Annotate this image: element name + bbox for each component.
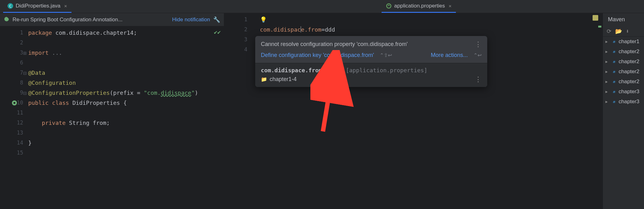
- tab-label: application.properties: [394, 3, 445, 9]
- property-line[interactable]: com.didispace.from=ddd: [260, 24, 603, 34]
- usage-location[interactable]: 📁 chapter1-4: [261, 76, 297, 83]
- line-number: 13: [17, 130, 23, 136]
- type: String: [69, 120, 89, 126]
- maven-module-icon: m: [611, 79, 617, 84]
- java-class-icon: C: [8, 3, 13, 9]
- more-icon[interactable]: ⋮: [475, 40, 482, 48]
- analysis-ok-icon[interactable]: ✔✔: [214, 29, 221, 35]
- intention-bulb-icon[interactable]: 💡: [260, 16, 267, 23]
- close-icon[interactable]: ✕: [64, 3, 67, 9]
- expand-icon[interactable]: ▶: [605, 39, 609, 44]
- maven-title: Maven: [603, 13, 644, 26]
- tab-label: DidiProperties.java: [16, 3, 61, 9]
- prop-key: didispac: [273, 26, 301, 33]
- java-code-area[interactable]: ✔✔ 1 2 3⊞ 6 7⊟ 8 9⊟ 10 11 12 13 14 15 pa…: [0, 26, 224, 209]
- line-number: 14: [17, 140, 23, 146]
- define-config-key-link[interactable]: Define configuration key 'com.didispace.…: [261, 52, 374, 59]
- prop-value: ddd: [325, 26, 335, 33]
- fold-icon[interactable]: ⊞: [23, 50, 29, 55]
- usage-key: com.didispace.from: [261, 67, 322, 74]
- wrench-icon[interactable]: 🔧: [213, 16, 220, 23]
- line-number: 12: [17, 120, 23, 126]
- code-text: }: [28, 140, 32, 146]
- maven-module-icon: m: [611, 59, 617, 64]
- generate-sources-icon[interactable]: 📂: [615, 28, 622, 34]
- maven-module[interactable]: ▶mchapter1: [603, 37, 644, 47]
- download-icon[interactable]: ⬇: [626, 28, 629, 34]
- line-number: 10: [17, 99, 23, 106]
- maven-module-icon: m: [611, 89, 617, 94]
- expand-icon[interactable]: ▶: [605, 79, 609, 84]
- usage-line[interactable]: com.didispace.from=" dd" [application.pr…: [261, 67, 482, 74]
- module-label: chapter2: [619, 79, 639, 85]
- warning-indicator[interactable]: [593, 15, 598, 21]
- spring-gutter-icon[interactable]: [11, 100, 17, 105]
- keyword: import: [28, 49, 49, 56]
- maven-module[interactable]: ▶mchapter2: [603, 47, 644, 57]
- more-icon[interactable]: ⋮: [475, 75, 482, 83]
- expand-icon[interactable]: ▶: [605, 69, 609, 74]
- tab-properties-file[interactable]: application.properties ✕: [382, 0, 456, 13]
- line-number: 7: [20, 69, 23, 76]
- maven-module[interactable]: ▶mchapter2: [603, 77, 644, 87]
- inspection-popup: Cannot resolve configuration property 'c…: [255, 36, 487, 87]
- close-icon[interactable]: ✕: [449, 3, 451, 9]
- expand-icon[interactable]: ▶: [605, 49, 609, 54]
- refresh-icon[interactable]: ⟳: [607, 28, 611, 34]
- line-number: 4: [244, 46, 247, 53]
- line-number: 9: [20, 89, 23, 96]
- maven-tree[interactable]: ▶mchapter1 ▶mchapter2 ▶mchapter2 ▶mchapt…: [603, 37, 644, 209]
- gutter: 1 2 3 4: [224, 13, 252, 209]
- module-label: chapter2: [619, 48, 639, 55]
- line-number: 1: [244, 16, 247, 23]
- code-text: ...: [49, 49, 62, 56]
- line-number: 2: [244, 26, 247, 33]
- line-number: 8: [20, 79, 23, 86]
- more-actions-link[interactable]: More actions...: [431, 52, 468, 59]
- line-number: 11: [17, 110, 23, 116]
- keyword: package: [28, 29, 52, 36]
- expand-icon[interactable]: ▶: [605, 89, 609, 94]
- expand-icon[interactable]: ▶: [605, 99, 609, 104]
- equals: =: [321, 26, 325, 33]
- maven-module[interactable]: ▶mchapter3: [603, 97, 644, 107]
- fold-icon[interactable]: ⊟: [23, 90, 29, 95]
- class-name: DidiProperties: [72, 99, 120, 106]
- prop-key: com: [260, 26, 270, 33]
- tab-java-file[interactable]: C DidiProperties.java ✕: [3, 0, 71, 13]
- maven-module-icon: m: [611, 69, 617, 74]
- svg-point-2: [13, 102, 15, 104]
- line-number: 15: [17, 150, 23, 156]
- maven-module[interactable]: ▶mchapter2: [603, 57, 644, 67]
- line-number: 3: [20, 49, 23, 56]
- line-number: 2: [20, 39, 23, 46]
- change-marker: [598, 26, 601, 28]
- module-label: chapter3: [619, 89, 639, 95]
- code-body[interactable]: package com.didispace.chapter14; import …: [28, 26, 224, 209]
- maven-module-icon: m: [611, 39, 617, 44]
- popup-title: Cannot resolve configuration property 'c…: [261, 41, 408, 48]
- maven-toolbar: ⟳ 📂 ⬇: [603, 26, 644, 37]
- gutter: 1 2 3⊞ 6 7⊟ 8 9⊟ 10 11 12 13 14 15: [0, 26, 28, 209]
- code-text: ): [195, 89, 198, 96]
- java-editor-pane: Re-run Spring Boot Configuration Annotat…: [0, 13, 224, 209]
- notification-text: Re-run Spring Boot Configuration Annotat…: [13, 17, 169, 23]
- code-text: ;: [106, 120, 110, 126]
- maven-module-icon: m: [611, 99, 617, 104]
- maven-module[interactable]: ▶mchapter2: [603, 67, 644, 77]
- keyword: class: [52, 99, 69, 106]
- folder-icon: 📁: [261, 76, 267, 82]
- module-label: chapter1: [619, 38, 639, 45]
- line-number: 1: [20, 29, 23, 36]
- svg-point-0: [387, 4, 391, 8]
- hide-notification-link[interactable]: Hide notification: [172, 17, 210, 23]
- module-label: chapter2: [619, 69, 639, 75]
- usage-context: =" dd" [application.properties]: [322, 67, 427, 74]
- expand-icon[interactable]: ▶: [605, 59, 609, 64]
- maven-module[interactable]: ▶mchapter3: [603, 87, 644, 97]
- module-label: chapter2: [619, 59, 639, 65]
- annotation: @ConfigurationProperties: [28, 89, 110, 96]
- fold-icon[interactable]: ⊟: [23, 70, 29, 75]
- left-tab-bar: C DidiProperties.java ✕ application.prop…: [0, 0, 644, 13]
- spring-props-icon: [386, 3, 392, 9]
